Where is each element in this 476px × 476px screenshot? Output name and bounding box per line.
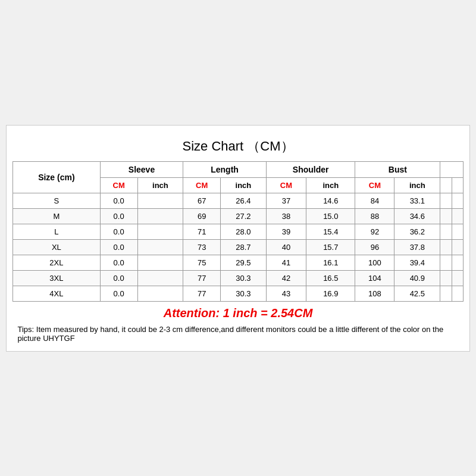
size-chart-table: Size (cm) Sleeve Length Shoulder Bust CM… (12, 161, 464, 345)
table-cell: 26.4 (221, 193, 267, 208)
table-cell: 2XL (13, 255, 101, 270)
length-inch-header: inch (221, 177, 267, 193)
sleeve-inch-header: inch (137, 177, 183, 193)
table-cell: 0.0 (100, 208, 137, 224)
length-cm-header: CM (183, 177, 221, 193)
table-cell: M (13, 208, 101, 224)
table-cell: 27.2 (221, 208, 267, 224)
table-cell: 77 (183, 286, 221, 301)
extra-inch-header (452, 177, 464, 193)
table-row: L0.07128.03915.49236.2 (13, 224, 464, 239)
table-cell: 29.5 (221, 255, 267, 270)
table-row: XL0.07328.74015.79637.8 (13, 239, 464, 255)
table-cell (452, 270, 464, 286)
table-cell: 37.8 (394, 239, 440, 255)
table-cell: 16.1 (306, 255, 355, 270)
table-cell: 3XL (13, 270, 101, 286)
table-cell: 84 (355, 193, 394, 208)
table-cell: 0.0 (100, 270, 137, 286)
table-cell (440, 239, 452, 255)
extra-cm-header (440, 177, 452, 193)
table-cell: 73 (183, 239, 221, 255)
table-cell: 77 (183, 270, 221, 286)
table-cell (452, 193, 464, 208)
table-cell: S (13, 193, 101, 208)
table-cell (137, 255, 183, 270)
page-wrapper: Size Chart （CM） Size (cm) Sleeve Length … (6, 125, 470, 352)
table-cell (137, 286, 183, 301)
table-row: S0.06726.43714.68433.1 (13, 193, 464, 208)
sleeve-header: Sleeve (100, 161, 183, 177)
bust-inch-header: inch (394, 177, 440, 193)
table-cell: 15.0 (306, 208, 355, 224)
table-cell (137, 208, 183, 224)
table-cell: 30.3 (221, 270, 267, 286)
table-cell: 0.0 (100, 286, 137, 301)
table-cell: 34.6 (394, 208, 440, 224)
bust-cm-header: CM (355, 177, 394, 193)
table-cell (452, 239, 464, 255)
table-row: M0.06927.23815.08834.6 (13, 208, 464, 224)
shoulder-header: Shoulder (266, 161, 355, 177)
table-cell: 40.9 (394, 270, 440, 286)
table-cell (137, 270, 183, 286)
table-cell (137, 239, 183, 255)
table-cell (452, 255, 464, 270)
attention-text: Attention: 1 inch = 2.54CM (164, 306, 313, 320)
table-cell: 42.5 (394, 286, 440, 301)
table-cell (440, 286, 452, 301)
table-cell: 4XL (13, 286, 101, 301)
table-row: 4XL0.07730.34316.910842.5 (13, 286, 464, 301)
table-cell: 39.4 (394, 255, 440, 270)
table-cell: 43 (266, 286, 306, 301)
table-cell: 41 (266, 255, 306, 270)
bust-header: Bust (355, 161, 440, 177)
attention-cell: Attention: 1 inch = 2.54CM (13, 301, 464, 322)
table-cell: 40 (266, 239, 306, 255)
sleeve-cm-header: CM (100, 177, 137, 193)
table-cell: 75 (183, 255, 221, 270)
table-cell: 39 (266, 224, 306, 239)
table-cell: 67 (183, 193, 221, 208)
shoulder-inch-header: inch (306, 177, 355, 193)
table-cell: 37 (266, 193, 306, 208)
table-cell (452, 286, 464, 301)
table-cell: 16.9 (306, 286, 355, 301)
table-cell: 69 (183, 208, 221, 224)
size-col-header: Size (cm) (13, 161, 101, 193)
table-cell: 38 (266, 208, 306, 224)
table-cell (440, 193, 452, 208)
table-cell: 0.0 (100, 224, 137, 239)
table-cell: 15.4 (306, 224, 355, 239)
table-cell: 0.0 (100, 193, 137, 208)
table-cell: 42 (266, 270, 306, 286)
table-cell: 100 (355, 255, 394, 270)
table-cell (137, 224, 183, 239)
table-cell: 28.7 (221, 239, 267, 255)
table-cell (452, 224, 464, 239)
table-cell: 15.7 (306, 239, 355, 255)
table-cell: 0.0 (100, 255, 137, 270)
table-cell: 96 (355, 239, 394, 255)
extra-header (440, 161, 464, 177)
table-cell (137, 193, 183, 208)
table-cell (440, 270, 452, 286)
table-row: 3XL0.07730.34216.510440.9 (13, 270, 464, 286)
table-cell: 16.5 (306, 270, 355, 286)
table-cell: XL (13, 239, 101, 255)
table-cell: 108 (355, 286, 394, 301)
table-cell (452, 208, 464, 224)
table-cell: 71 (183, 224, 221, 239)
tips-cell: Tips: Item measured by hand, it could be… (13, 322, 464, 345)
table-cell: 0.0 (100, 239, 137, 255)
table-cell: 28.0 (221, 224, 267, 239)
table-cell: 92 (355, 224, 394, 239)
table-cell: 33.1 (394, 193, 440, 208)
table-cell (440, 255, 452, 270)
chart-title: Size Chart （CM） (12, 137, 464, 155)
table-cell: 14.6 (306, 193, 355, 208)
table-cell: 36.2 (394, 224, 440, 239)
shoulder-cm-header: CM (266, 177, 306, 193)
table-cell: L (13, 224, 101, 239)
table-cell (440, 208, 452, 224)
